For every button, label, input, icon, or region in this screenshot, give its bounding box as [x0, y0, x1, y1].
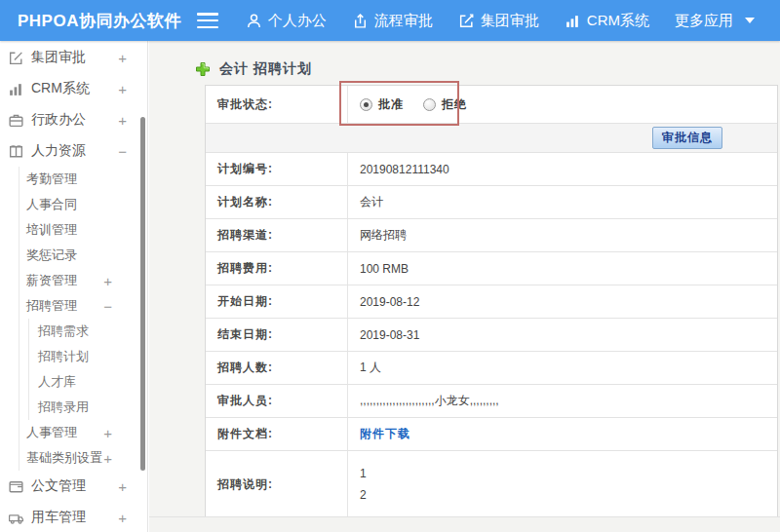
nav-label: CRM系统: [587, 12, 649, 30]
sidebar-item-label: 人才库: [38, 373, 76, 391]
sidebar-item-label: 公文管理: [31, 477, 86, 495]
sidebar-item-document-mgmt[interactable]: 公文管理 +: [0, 471, 147, 502]
sidebar-item-personnel[interactable]: 人事管理 +: [20, 420, 147, 445]
expand-toggle[interactable]: +: [103, 273, 112, 289]
attachment-download-link[interactable]: 附件下载: [360, 426, 410, 442]
expand-toggle[interactable]: +: [103, 425, 112, 441]
table-row-description: 招聘说明: 1 2: [206, 450, 777, 517]
sidebar-item-recruit-demand[interactable]: 招聘需求: [29, 319, 147, 344]
add-plus-icon: [195, 61, 211, 77]
field-label: 审批状态:: [206, 86, 348, 123]
sidebar-item-recruit-hire[interactable]: 招聘录用: [29, 395, 147, 420]
expand-toggle[interactable]: +: [118, 112, 127, 129]
sidebar-item-admin-office[interactable]: 行政办公 +: [0, 104, 147, 135]
collapse-toggle[interactable]: −: [103, 298, 112, 315]
sidebar-item-base-category[interactable]: 基础类别设置 +: [20, 445, 147, 471]
field-label: 计划编号:: [206, 153, 348, 185]
edit-icon: [8, 50, 24, 66]
field-label: 审批人员:: [206, 385, 348, 417]
document-icon: [8, 478, 24, 495]
sidebar-item-label: 奖惩记录: [26, 247, 77, 264]
field-label: 结束日期:: [206, 319, 348, 351]
edit-icon: [458, 13, 475, 29]
recruitment-submenu: 招聘需求 招聘计划 人才库 招聘录用: [28, 319, 147, 420]
radio-reject-label[interactable]: 拒绝: [442, 96, 467, 113]
person-icon: [246, 13, 262, 29]
sidebar-item-group-approval[interactable]: 集团审批 +: [0, 42, 147, 73]
field-value: ,,,,,,,,,,,,,,,,,,,,,,,小龙女,,,,,,,,,: [348, 385, 777, 417]
sidebar-item-label: 招聘需求: [38, 323, 89, 340]
field-value: 2019-08-31: [348, 319, 777, 351]
expand-toggle[interactable]: +: [118, 510, 127, 526]
sidebar-item-hr[interactable]: 人力资源 −: [0, 135, 147, 167]
table-row-headcount: 招聘人数: 1 人: [206, 351, 777, 384]
sidebar-item-label: 用车管理: [31, 509, 86, 526]
field-value: 1 人: [348, 352, 777, 384]
field-value: 会计: [348, 186, 777, 218]
sidebar-scrollbar-thumb[interactable]: [140, 117, 145, 471]
table-row-start-date: 开始日期: 2019-08-12: [206, 285, 777, 318]
field-label: 招聘渠道:: [206, 219, 348, 251]
sidebar-item-label: 基础类别设置: [26, 449, 102, 467]
sidebar-item-salary[interactable]: 薪资管理 +: [20, 268, 147, 293]
field-label: 招聘说明:: [206, 451, 348, 517]
sidebar-item-label: 薪资管理: [26, 272, 77, 289]
sidebar-item-label: 招聘录用: [38, 399, 89, 416]
nav-item-personal-office[interactable]: 个人办公: [246, 12, 327, 30]
field-value: 网络招聘: [348, 219, 777, 251]
sidebar-item-talent-pool[interactable]: 人才库: [29, 369, 147, 395]
sidebar-item-label: 集团审批: [31, 49, 86, 66]
radio-approve-label[interactable]: 批准: [378, 96, 404, 113]
radio-reject[interactable]: [423, 98, 436, 111]
nav-label: 个人办公: [268, 12, 327, 30]
sidebar-item-label: CRM系统: [31, 80, 90, 97]
top-nav: 个人办公 流程审批 集团审批 CRM系统 更多应用: [246, 12, 780, 30]
sidebar: 集团审批 + CRM系统 + 行政办公 + 人力资源 − 考: [0, 41, 148, 532]
expand-toggle[interactable]: +: [118, 81, 127, 97]
sidebar-item-label: 人事管理: [26, 424, 77, 441]
sidebar-item-recruit-plan[interactable]: 招聘计划: [29, 344, 147, 369]
approval-info-button[interactable]: 审批信息: [652, 127, 722, 149]
sidebar-item-crm[interactable]: CRM系统 +: [0, 73, 147, 104]
nav-item-more-apps[interactable]: 更多应用: [675, 12, 755, 30]
sidebar-menu: 集团审批 + CRM系统 + 行政办公 + 人力资源 − 考: [0, 41, 147, 532]
field-value: 100 RMB: [348, 252, 777, 285]
field-value: 1 2: [348, 451, 777, 517]
description-line: 1: [360, 463, 367, 484]
sidebar-item-label: 招聘计划: [38, 348, 89, 365]
sidebar-item-label: 人事合同: [26, 196, 77, 213]
table-row-attachment: 附件文档: 附件下载: [206, 417, 777, 450]
table-row-recruit-cost: 招聘费用: 100 RMB: [206, 251, 777, 285]
approval-status-row: 审批状态: 批准 拒绝: [206, 86, 777, 123]
field-label: 招聘人数:: [206, 352, 348, 384]
table-row-end-date: 结束日期: 2019-08-31: [206, 318, 777, 351]
app-logo: PHPOA协同办公软件: [18, 10, 189, 32]
table-row-approvers: 审批人员: ,,,,,,,,,,,,,,,,,,,,,,,小龙女,,,,,,,,…: [206, 384, 777, 417]
sidebar-item-attendance[interactable]: 考勤管理: [20, 167, 147, 192]
sidebar-item-label: 人力资源: [31, 142, 86, 160]
field-value: 20190812111340: [348, 153, 777, 185]
nav-item-workflow-approval[interactable]: 流程审批: [352, 12, 433, 30]
nav-item-crm[interactable]: CRM系统: [565, 12, 649, 30]
field-label: 开始日期:: [206, 285, 348, 318]
sidebar-item-training[interactable]: 培训管理: [20, 217, 147, 243]
collapse-toggle[interactable]: −: [118, 143, 127, 160]
expand-toggle[interactable]: +: [103, 450, 112, 467]
field-value: 2019-08-12: [348, 285, 777, 318]
expand-toggle[interactable]: +: [118, 478, 127, 495]
menu-toggle-icon[interactable]: [197, 13, 218, 28]
nav-item-group-approval[interactable]: 集团审批: [458, 12, 539, 30]
nav-label: 更多应用: [675, 12, 733, 30]
bar-chart-icon: [8, 81, 24, 97]
sidebar-item-recruitment[interactable]: 招聘管理 −: [20, 293, 147, 319]
radio-approve[interactable]: [360, 98, 372, 111]
expand-toggle[interactable]: +: [118, 50, 127, 66]
field-label: 招聘费用:: [206, 252, 348, 285]
approval-radio-group: 批准 拒绝: [360, 96, 481, 113]
sidebar-item-vehicle-mgmt[interactable]: 用车管理 +: [0, 502, 147, 532]
sidebar-item-rewards[interactable]: 奖惩记录: [20, 243, 147, 268]
table-row-plan-number: 计划编号: 20190812111340: [206, 152, 777, 185]
sidebar-item-hr-contract[interactable]: 人事合同: [20, 192, 147, 217]
sidebar-item-label: 行政办公: [31, 111, 86, 129]
hr-submenu: 考勤管理 人事合同 培训管理 奖惩记录 薪资管理 + 招聘管理 − 招聘需求: [19, 167, 147, 471]
